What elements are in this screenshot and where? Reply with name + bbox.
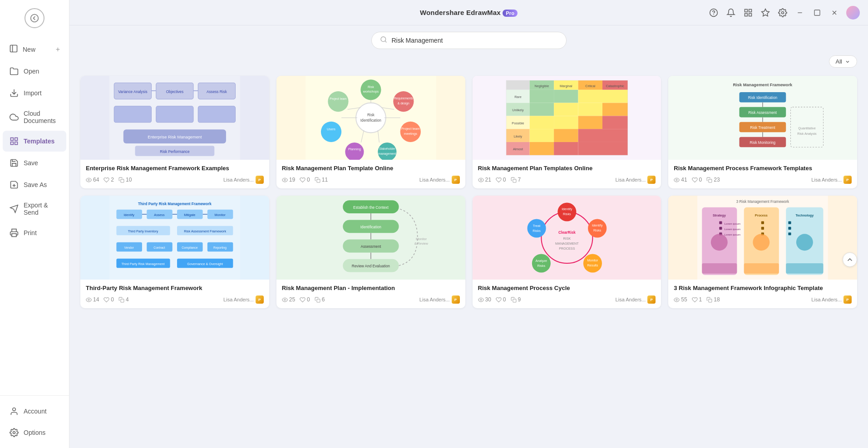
svg-text:Enterprise Risk Management: Enterprise Risk Management: [148, 135, 202, 139]
svg-point-233: [676, 299, 677, 300]
svg-text:Lorem ipsum: Lorem ipsum: [725, 222, 741, 225]
open-label: Open: [24, 68, 39, 75]
svg-text:Reporting: Reporting: [213, 246, 227, 250]
account-label: Account: [24, 408, 47, 415]
sidebar-item-import[interactable]: Import: [3, 83, 66, 103]
svg-text:Risk: Risk: [368, 85, 374, 89]
card-process[interactable]: Risk Management Framework Risk Identific…: [668, 76, 857, 188]
svg-text:Almost: Almost: [513, 147, 523, 151]
card-thirdparty[interactable]: Third Party Risk Management Framework Id…: [80, 196, 269, 308]
main-content: Wondershare EdrawMax Pro: [69, 0, 868, 448]
svg-rect-213: [720, 227, 722, 230]
card-risk-matrix[interactable]: Negligible Marginal Critical Catastrophi…: [473, 76, 661, 188]
svg-text:Assess: Assess: [154, 213, 165, 217]
avatar[interactable]: [846, 6, 860, 20]
pro-badge-enterprise: P: [256, 176, 264, 184]
svg-text:Variance Analysis: Variance Analysis: [118, 90, 147, 94]
sidebar-item-save[interactable]: Save: [3, 153, 66, 173]
svg-rect-118: [513, 179, 516, 182]
sidebar-item-export[interactable]: Export & Send: [3, 196, 66, 222]
pro-badge-circle: P: [452, 176, 460, 184]
sidebar-item-account[interactable]: Account: [3, 401, 66, 422]
card-flow[interactable]: Establish the Context Identification Ass…: [276, 196, 465, 308]
sidebar-item-open[interactable]: Open: [3, 61, 66, 82]
author-matrix: Lisa Anders... P: [616, 176, 656, 184]
card-body-thirdparty: Third-Party Risk Management Framework 14…: [80, 280, 269, 308]
svg-text:Third Party Inventory: Third Party Inventory: [128, 229, 158, 233]
svg-text:Project team: Project team: [330, 97, 347, 101]
card-thumb-process: Risk Management Framework Risk Identific…: [668, 76, 857, 160]
back-button[interactable]: [25, 8, 44, 28]
svg-text:Risk Monitoring: Risk Monitoring: [750, 141, 776, 145]
svg-rect-116: [602, 142, 627, 155]
card-risk-plan-circle[interactable]: Risk Identification Risk workshops Requi…: [276, 76, 465, 188]
likes-3risk: 1: [692, 296, 702, 303]
pro-badge-cycle: P: [647, 295, 656, 304]
card-enterprise[interactable]: Variance Analysis Objectives Assess Risk: [80, 76, 269, 188]
author-3risk: Lisa Anders... P: [811, 295, 852, 304]
svg-text:Governance & Oversight: Governance & Oversight: [187, 262, 223, 266]
likes-matrix: 0: [496, 177, 506, 183]
svg-point-117: [480, 179, 481, 181]
help-icon[interactable]: [708, 7, 719, 18]
import-label: Import: [24, 89, 42, 97]
search-input[interactable]: [392, 37, 558, 44]
new-label: New: [23, 46, 35, 53]
svg-rect-37: [156, 106, 193, 123]
new-icon: [9, 44, 18, 54]
sidebar: New + Open Import Cloud Documents: [0, 0, 69, 448]
likes-enterprise: 2: [104, 177, 114, 183]
svg-rect-4: [11, 138, 14, 141]
sidebar-item-new[interactable]: New +: [3, 39, 66, 60]
star-icon[interactable]: [760, 7, 771, 18]
svg-text:Identification: Identification: [360, 225, 382, 229]
views-3risk: 55: [674, 296, 687, 303]
sidebar-item-save-as[interactable]: Save As: [3, 174, 66, 195]
sidebar-item-options[interactable]: Options: [3, 422, 66, 443]
svg-rect-225: [789, 227, 791, 230]
svg-rect-5: [15, 138, 18, 141]
sidebar-menu: New + Open Import Cloud Documents: [0, 38, 69, 395]
svg-rect-206: [513, 299, 516, 302]
svg-text:3 Risk Management Framework: 3 Risk Management Framework: [736, 200, 789, 204]
apps-icon[interactable]: [743, 7, 754, 18]
filter-row: All: [69, 54, 868, 71]
sidebar-item-print[interactable]: Print: [3, 222, 66, 243]
svg-text:Monitor: Monitor: [416, 237, 427, 241]
author-cycle: Lisa Anders... P: [616, 295, 656, 304]
svg-text:Technology: Technology: [796, 213, 814, 217]
svg-text:Quantitative: Quantitative: [799, 126, 816, 130]
settings-icon[interactable]: [777, 7, 788, 18]
svg-rect-17: [749, 13, 752, 16]
card-3risk[interactable]: 3 Risk Management Framework Strategy Lor…: [668, 196, 857, 308]
svg-text:Risk: Risk: [367, 113, 375, 117]
scroll-top-icon[interactable]: [843, 252, 857, 267]
sidebar-item-cloud[interactable]: Cloud Documents: [3, 104, 66, 130]
author-circle: Lisa Anders... P: [419, 176, 460, 184]
svg-text:Planning: Planning: [348, 147, 361, 151]
card-body-circle: Risk Management Plan Template Online 19 …: [276, 160, 465, 188]
svg-point-20: [782, 11, 784, 14]
save-as-icon: [9, 180, 19, 190]
author-flow: Lisa Anders... P: [419, 295, 460, 304]
svg-text:Identify: Identify: [124, 213, 135, 217]
svg-rect-112: [602, 129, 627, 142]
svg-point-0: [31, 15, 39, 22]
svg-point-229: [796, 234, 813, 251]
all-filter-button[interactable]: All: [829, 55, 857, 68]
svg-text:Likely: Likely: [513, 134, 522, 138]
likes-cycle: 0: [496, 296, 506, 303]
likes-circle: 0: [300, 177, 310, 183]
template-icon: [9, 136, 19, 146]
sidebar-item-templates[interactable]: Templates: [3, 131, 66, 152]
minimize-icon[interactable]: [794, 7, 805, 18]
svg-rect-22: [814, 10, 820, 15]
restore-icon[interactable]: [812, 7, 823, 18]
bell-icon[interactable]: [725, 7, 736, 18]
card-cycle[interactable]: ClearRisk RISK MANAGEMENT PROCESS Identi…: [473, 196, 661, 308]
card-title-flow: Risk Management Plan - Implementation: [282, 284, 460, 292]
svg-marker-19: [762, 9, 769, 16]
import-icon: [9, 88, 19, 98]
close-icon[interactable]: [829, 7, 840, 18]
card-meta-matrix: 21 0 7 Lisa Anders...: [478, 176, 656, 184]
